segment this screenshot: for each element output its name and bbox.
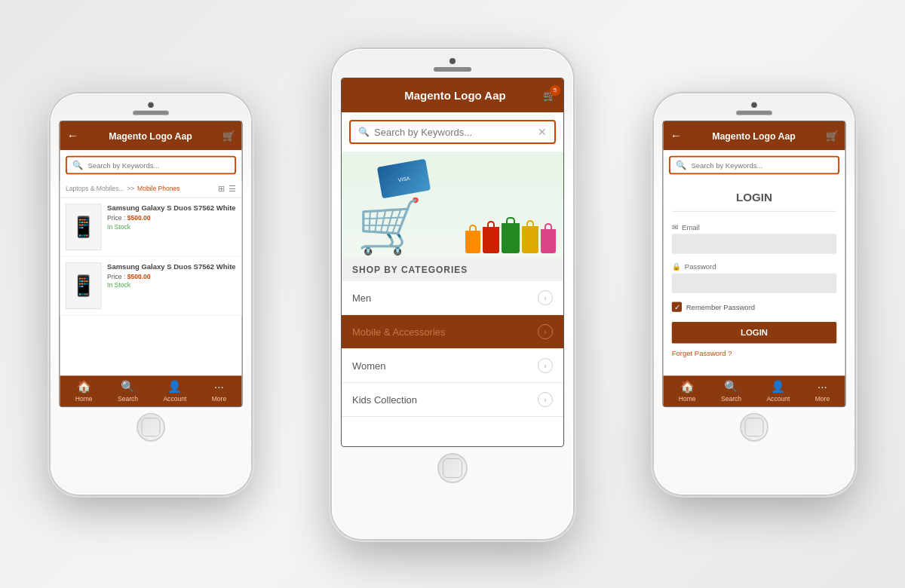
cart-icon-left[interactable]: 🛒 <box>222 130 235 141</box>
product-image-1: 📱 <box>66 204 102 250</box>
left-nav-more-label: More <box>212 394 226 402</box>
shopping-bags <box>465 223 556 253</box>
center-search-bar[interactable]: 🔍 ✕ <box>349 120 556 144</box>
product-item-1[interactable]: 📱 Samsung Galaxy S Duos S7562 White Pric… <box>60 198 241 257</box>
left-nav-search-label: Search <box>118 395 138 403</box>
email-label: Email <box>682 223 700 231</box>
center-app-title: Magento Logo Aap <box>367 89 543 102</box>
home-button-center[interactable] <box>437 453 468 483</box>
right-nav-more[interactable]: ··· More <box>815 380 830 401</box>
lock-icon: 🔒 <box>672 262 680 270</box>
account-icon-right: 👤 <box>771 380 785 394</box>
remember-checkbox[interactable]: ✓ <box>672 302 682 311</box>
product-price-row-1: Price : $500.00 <box>107 215 236 222</box>
left-phone: ← Magento Logo Aap 🛒 🔍 Laptops & Mobiles… <box>51 93 251 495</box>
cart-icon-center[interactable]: 🛒 5 <box>543 90 556 102</box>
right-nav-account[interactable]: 👤 Account <box>766 380 790 402</box>
home-button-right[interactable] <box>740 413 768 442</box>
home-button-left[interactable] <box>137 413 165 442</box>
product-info-2: Samsung Galaxy S Duos S7562 White Price … <box>107 262 236 309</box>
right-search-bar[interactable]: 🔍 <box>669 156 839 175</box>
left-nav-home-label: Home <box>75 395 93 403</box>
email-icon: ✉ <box>672 223 678 231</box>
product-name-2: Samsung Galaxy S Duos S7562 White <box>107 262 236 270</box>
right-app-title: Magento Logo Aap <box>682 130 826 141</box>
home-button-inner-center <box>443 458 462 478</box>
cart-icon-right[interactable]: 🛒 <box>826 130 838 141</box>
remember-label: Remember Password <box>686 303 755 311</box>
category-kids[interactable]: Kids Collection › <box>342 383 563 417</box>
login-section: LOGIN ✉ Email 🔒 Password ✓ <box>663 180 845 368</box>
more-icon-right: ··· <box>818 380 827 393</box>
category-mobile[interactable]: Mobile & Accessories › <box>342 315 563 349</box>
product-stock-2: In Stock <box>107 282 236 289</box>
left-nav-account[interactable]: 👤 Account <box>163 380 186 402</box>
breadcrumb-parent: Laptops & Mobiles... <box>66 185 124 192</box>
search-icon-right: 🔍 <box>676 160 686 170</box>
speaker-center <box>434 67 471 72</box>
chevron-mobile: › <box>538 324 553 339</box>
search-icon-nav-right: 🔍 <box>724 380 738 394</box>
center-screen: Magento Logo Aap 🛒 5 🔍 ✕ 🛒 VISA <box>341 78 564 447</box>
search-icon-left: 🔍 <box>72 160 83 170</box>
right-nav-home-label: Home <box>679 395 696 403</box>
password-label: Password <box>685 262 716 270</box>
view-icons: ⊞ ☰ <box>218 184 236 194</box>
phone-top-center <box>332 49 573 72</box>
price-label-2: Price <box>107 273 121 280</box>
clear-search-icon[interactable]: ✕ <box>538 126 547 138</box>
right-nav-account-label: Account <box>766 395 790 403</box>
bag-pink <box>541 229 556 253</box>
banner-cart-icon: 🛒 <box>357 195 422 257</box>
list-view-icon[interactable]: ☰ <box>229 184 236 194</box>
right-screen: ← Magento Logo Aap 🛒 🔍 LOGIN ✉ Email <box>662 121 845 407</box>
check-mark: ✓ <box>674 303 680 311</box>
center-banner: 🛒 VISA <box>342 152 563 257</box>
home-button-inner-left <box>142 418 161 436</box>
categories-section: SHOP BY CATEGORIES Men › Mobile & Access… <box>342 257 563 417</box>
product-item-2[interactable]: 📱 Samsung Galaxy S Duos S7562 White Pric… <box>60 257 241 316</box>
left-app-header: ← Magento Logo Aap 🛒 <box>60 121 241 150</box>
email-input[interactable] <box>672 234 837 254</box>
forgot-password-link[interactable]: Forget Password ? <box>672 349 837 357</box>
product-price-2: $500.00 <box>127 273 151 280</box>
speaker-right <box>736 111 772 115</box>
right-nav-more-label: More <box>815 394 830 402</box>
account-icon-left: 👤 <box>167 380 182 394</box>
remember-row[interactable]: ✓ Remember Password <box>672 302 837 311</box>
center-search-input[interactable] <box>374 127 533 138</box>
product-phone-icon-1: 📱 <box>71 216 96 239</box>
product-price-1: $500.00 <box>127 215 151 222</box>
right-search-input[interactable] <box>691 161 832 169</box>
password-input[interactable] <box>672 273 837 293</box>
chevron-men: › <box>538 290 553 305</box>
right-nav-search[interactable]: 🔍 Search <box>721 380 741 402</box>
breadcrumb-current: Mobile Phones <box>137 185 180 192</box>
category-men[interactable]: Men › <box>342 281 563 315</box>
price-label-1: Price <box>107 215 121 222</box>
right-nav-home[interactable]: 🏠 Home <box>679 380 696 402</box>
left-nav-search[interactable]: 🔍 Search <box>118 380 138 402</box>
product-phone-icon-2: 📱 <box>71 274 96 297</box>
phone-top-right <box>654 93 854 115</box>
category-women[interactable]: Women › <box>342 349 563 383</box>
left-search-input[interactable] <box>87 161 229 169</box>
back-arrow-left[interactable]: ← <box>67 130 78 142</box>
password-label-row: 🔒 Password <box>672 262 837 270</box>
category-men-label: Men <box>352 292 371 304</box>
left-search-bar[interactable]: 🔍 <box>66 156 236 175</box>
categories-title: SHOP BY CATEGORIES <box>342 257 563 281</box>
product-stock-1: In Stock <box>107 223 236 231</box>
category-mobile-label: Mobile & Accessories <box>352 326 446 338</box>
email-label-row: ✉ Email <box>672 223 837 231</box>
cart-badge-center: 5 <box>550 85 560 96</box>
left-nav-home[interactable]: 🏠 Home <box>75 380 93 402</box>
left-app-title: Magento Logo Aap <box>78 130 222 141</box>
product-price-row-2: Price : $500.00 <box>107 273 236 280</box>
login-button[interactable]: LOGIN <box>672 322 837 344</box>
left-nav-more[interactable]: ··· More <box>212 380 226 401</box>
back-arrow-right[interactable]: ← <box>670 130 682 142</box>
grid-view-icon[interactable]: ⊞ <box>218 184 225 194</box>
bag-orange <box>465 231 480 253</box>
login-title: LOGIN <box>672 191 837 212</box>
